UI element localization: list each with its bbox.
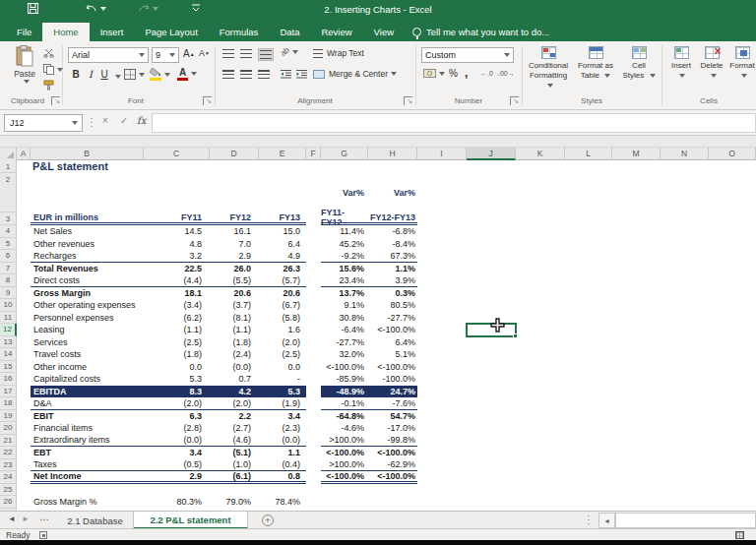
cell-C24[interactable]: 2.9 [144,471,210,481]
table-row-var[interactable]: -0.1%-7.6% [321,397,417,410]
conditional-formatting-button[interactable]: ConditionalFormatting [526,46,571,91]
cell-D17[interactable]: 4.2 [210,386,259,398]
cell-H3[interactable]: FY12-FY13 [368,212,417,222]
column-header-A[interactable]: A [17,148,31,160]
cell-G7[interactable]: 15.6% [321,263,368,275]
row-header-23[interactable]: 23 [0,459,17,472]
cell-C14[interactable]: (1.8) [144,348,210,361]
cell-H17[interactable]: 24.7% [368,386,417,398]
cell-D15[interactable]: (0.0) [210,361,259,374]
cell-G18[interactable]: -0.1% [321,397,368,409]
table-row-var[interactable] [321,496,417,509]
cell-C21[interactable]: (0.0) [144,435,210,447]
insert-cells-button[interactable]: Insert [667,46,695,81]
cell-E13[interactable]: (2.0) [259,336,306,349]
borders-icon[interactable] [124,69,145,80]
more-sheets-button[interactable]: … [39,512,49,522]
cell-G13[interactable]: -27.7% [321,336,368,349]
row-header-10[interactable]: 10 [0,299,17,312]
table-row-var[interactable]: 15.6%1.1% [321,263,417,275]
format-dropdown-icon[interactable] [741,74,747,78]
cell-E12[interactable]: 1.6 [259,324,306,336]
row-label[interactable]: Travel costs [31,348,144,361]
paste-dropdown-icon[interactable] [24,80,30,84]
cell-E11[interactable]: (5.8) [259,312,306,325]
align-left-icon[interactable] [222,70,234,79]
alignment-dialog-launcher-icon[interactable]: ↘ [404,96,412,105]
cell-G26[interactable] [321,496,368,509]
next-sheet-icon[interactable]: ► [22,515,30,523]
cell-D16[interactable]: 0.7 [210,373,259,386]
cell-G16[interactable]: -85.9% [321,373,368,386]
row-header-14[interactable]: 14 [0,348,17,361]
table-row[interactable]: EBIT6.32.23.4 [31,410,306,423]
cell-H20[interactable]: -17.0% [368,422,417,435]
row-label[interactable]: Capitalized costs [31,373,144,386]
table-row-var[interactable]: -6.4%<-100.0% [321,324,417,336]
cell-E8[interactable]: (5.7) [259,274,306,286]
cell-C15[interactable]: 0.0 [144,361,210,374]
cell-E14[interactable]: (2.5) [259,348,306,361]
row-header-9[interactable]: 9 [0,287,17,300]
cell-E3[interactable]: FY13 [259,212,306,222]
row-label[interactable]: EBT [31,447,144,459]
insert-function-icon[interactable]: fx [137,115,146,126]
cell-H9[interactable]: 0.3% [368,287,417,300]
table-row[interactable]: EBT3.4(5.1)1.1 [31,447,306,459]
row-header-26[interactable]: 26 [0,496,17,509]
decrease-decimal-icon[interactable]: .00→ [498,70,515,77]
row-label[interactable]: Net Income [31,471,144,481]
sheet-tab-database[interactable]: 2.1 Database [57,512,134,529]
macro-record-icon[interactable] [39,531,47,539]
row-header-22[interactable]: 22 [0,447,17,459]
cell-H4[interactable]: -6.8% [368,225,417,238]
table-row-var[interactable]: 32.0%5.1% [321,348,417,361]
conditional-formatting-dropdown-icon[interactable] [547,84,553,88]
cell-E19[interactable]: 3.4 [259,410,306,423]
select-all-corner[interactable] [0,148,17,160]
table-row-var[interactable]: FY11-FY12FY12-FY13 [321,212,417,225]
cell-C22[interactable]: 3.4 [144,447,210,459]
cell-D23[interactable]: (1.0) [210,459,259,471]
cell-E23[interactable]: (0.4) [259,459,306,471]
fill-color-dropdown-icon[interactable] [164,73,170,77]
increase-decimal-icon[interactable]: ←.0 [480,70,493,77]
cell-G12[interactable]: -6.4% [321,324,368,336]
cell-D4[interactable]: 16.1 [210,225,259,238]
tab-scroll-splitter[interactable] [588,515,590,525]
copy-dropdown-icon[interactable] [57,68,63,72]
clipboard-dialog-launcher-icon[interactable]: ↘ [51,96,60,105]
table-row[interactable]: Other operating expenses(3.4)(3.7)(6.7) [31,299,306,312]
cell-G10[interactable]: 9.1% [321,299,368,312]
merge-center-dropdown-icon[interactable] [391,72,397,76]
row-header-21[interactable]: 21 [0,435,17,448]
cell-C9[interactable]: 18.1 [144,287,210,300]
table-row-var[interactable]: <-100.0%<-100.0% [321,361,417,374]
cell-D24[interactable]: (6.1) [210,471,259,481]
cell-styles-dropdown-icon[interactable] [650,74,656,78]
table-row[interactable]: Other income0.0(0.0)0.0 [31,361,306,374]
cell-G20[interactable]: -4.6% [321,422,368,435]
orientation-dropdown-icon[interactable] [292,50,298,54]
cell-H7[interactable]: 1.1% [368,263,417,275]
cell-E9[interactable]: 20.6 [259,287,306,300]
cell-G5[interactable]: 45.2% [321,238,368,251]
cell-G24[interactable]: <-100.0% [321,471,368,481]
enter-icon[interactable]: ✓ [120,115,128,126]
row-label[interactable]: Recharges [31,250,144,262]
tab-formulas[interactable]: Formulas [209,23,270,41]
comma-style-button[interactable]: , [465,66,468,80]
cell-H12[interactable]: <-100.0% [368,324,417,336]
row-label[interactable]: Other income [31,361,144,374]
row-label[interactable]: Services [31,336,144,349]
table-row[interactable]: Leasing(1.1)(1.1)1.6 [31,324,306,336]
row-header-8[interactable]: 8 [0,274,17,287]
table-row-var[interactable]: 11.4%-6.8% [321,225,417,238]
align-bottom-icon[interactable] [258,48,274,61]
format-as-table-dropdown-icon[interactable] [604,74,610,78]
cell-D22[interactable]: (5.1) [210,447,259,459]
cell-E17[interactable]: 5.3 [259,386,306,398]
cell-H5[interactable]: -8.4% [368,238,417,251]
table-row[interactable]: Net Sales14.516.115.0 [31,225,306,238]
table-row[interactable]: Taxes(0.5)(1.0)(0.4) [31,459,306,472]
